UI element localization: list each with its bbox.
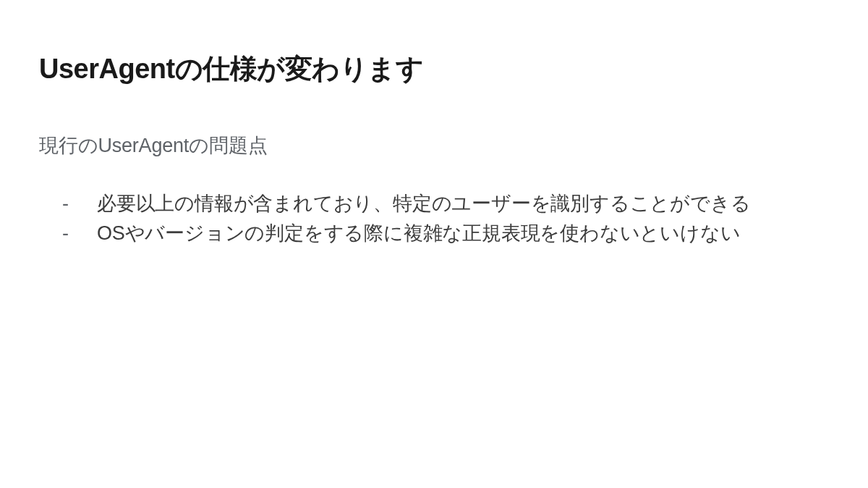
list-item: - OSやバージョンの判定をする際に複雑な正規表現を使わないといけない (62, 219, 829, 248)
list-item-text: OSやバージョンの判定をする際に複雑な正規表現を使わないといけない (97, 219, 829, 248)
slide-title: UserAgentの仕様が変わります (39, 51, 829, 88)
bullet-list: - 必要以上の情報が含まれており、特定のユーザーを識別することができる - OS… (39, 189, 829, 248)
slide-subtitle: 現行のUserAgentの問題点 (39, 132, 829, 159)
bullet-dash-icon: - (62, 189, 97, 219)
list-item-text: 必要以上の情報が含まれており、特定のユーザーを識別することができる (97, 189, 829, 219)
list-item: - 必要以上の情報が含まれており、特定のユーザーを識別することができる (62, 189, 829, 219)
bullet-dash-icon: - (62, 219, 97, 248)
